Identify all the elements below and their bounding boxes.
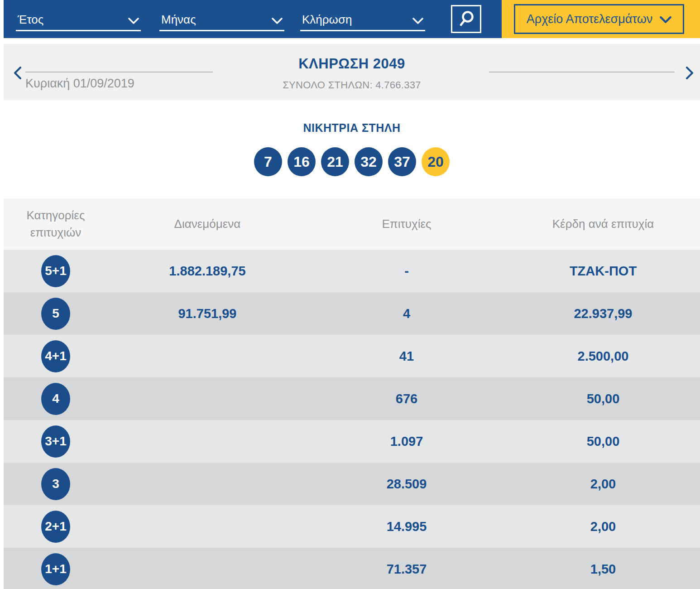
table-row: 591.751,99422.937,99 [4,292,700,335]
category-cell: 5 [4,298,108,330]
category-badge: 5+1 [41,255,70,287]
table-row: 3+11.09750,00 [4,420,700,463]
table-row: 467650,00 [4,377,700,420]
chevron-down-icon [660,16,671,24]
category-badge: 1+1 [41,553,70,585]
winners-cell: 28.509 [307,477,506,492]
payout-cell: 2.500,00 [506,349,700,364]
archive-panel: Αρχείο Αποτελεσμάτων [502,0,700,38]
joker-number-ball: 20 [422,147,450,176]
winners-cell: 71.357 [307,562,506,577]
draw-dropdown[interactable]: Κλήρωση [300,7,425,31]
column-header-categories: Κατηγορίες επιτυχιών [15,207,96,241]
table-row: 328.5092,00 [4,463,700,505]
payout-cell: ΤΖΑΚ-ΠΟΤ [506,264,700,279]
filter-toolbar: Έτος Μήνας Κλήρωση Αρχείο Αποτ [4,0,700,38]
column-header-distributed: Διανεμόμενα [108,217,307,231]
category-badge: 4+1 [41,340,70,372]
winners-cell: 41 [307,349,506,364]
category-cell: 2+1 [4,511,108,543]
results-table: Κατηγορίες επιτυχιών Διανεμόμενα Επιτυχί… [4,198,700,589]
winning-column-title: ΝΙΚΗΤΡΙΑ ΣΤΗΛΗ [4,121,700,135]
next-draw-icon[interactable] [686,67,694,79]
category-cell: 4+1 [4,340,108,372]
payout-cell: 2,00 [506,519,700,534]
chevron-down-icon [412,18,423,24]
category-cell: 1+1 [4,553,108,585]
payout-cell: 1,50 [506,562,700,577]
category-badge: 3+1 [41,425,70,458]
winning-column-section: ΝΙΚΗΤΡΙΑ ΣΤΗΛΗ 71621323720 [4,100,700,176]
winners-cell: 4 [307,306,506,321]
payout-cell: 2,00 [506,477,700,492]
draw-title: ΚΛΗΡΩΣΗ 2049 [4,56,700,72]
table-row: 1+171.3571,50 [4,548,700,589]
draw-navigation: Κυριακή 01/09/2019 ΚΛΗΡΩΣΗ 2049 ΣΥΝΟΛΟ Σ… [4,44,700,100]
table-header-row: Κατηγορίες επιτυχιών Διανεμόμενα Επιτυχί… [4,198,700,250]
payout-cell: 50,00 [506,391,700,406]
distributed-cell: 1.882.189,75 [108,264,307,279]
winners-cell: 676 [307,391,506,406]
chevron-down-icon [272,18,283,24]
winning-number-ball: 16 [288,147,316,176]
divider [4,38,700,44]
payout-cell: 50,00 [506,434,700,449]
chevron-down-icon [128,18,139,24]
distributed-cell: 91.751,99 [108,306,307,321]
winning-number-ball: 21 [321,147,349,176]
payout-cell: 22.937,99 [506,306,700,321]
winning-numbers: 71621323720 [4,147,700,176]
results-archive-button[interactable]: Αρχείο Αποτελεσμάτων [514,4,684,34]
draw-dropdown-label: Κλήρωση [302,14,352,25]
table-row: 2+114.9952,00 [4,505,700,548]
column-header-winners: Επιτυχίες [307,217,506,231]
category-cell: 3+1 [4,425,108,458]
winners-cell: - [307,264,506,279]
category-cell: 4 [4,383,108,415]
year-dropdown[interactable]: Έτος [16,7,141,31]
results-archive-label: Αρχείο Αποτελεσμάτων [527,12,652,26]
winning-number-ball: 7 [254,147,282,176]
column-header-payout: Κέρδη ανά επιτυχία [506,217,700,231]
category-badge: 3 [41,468,70,500]
total-columns: ΣΥΝΟΛΟ ΣΤΗΛΩΝ: 4.766.337 [4,79,700,91]
year-dropdown-label: Έτος [18,14,43,25]
search-button[interactable] [451,5,481,33]
divider-line [489,72,675,72]
month-dropdown[interactable]: Μήνας [159,7,284,31]
table-row: 5+11.882.189,75-ΤΖΑΚ-ΠΟΤ [4,250,700,292]
winners-cell: 14.995 [307,519,506,534]
winning-number-ball: 32 [355,147,383,176]
month-dropdown-label: Μήνας [161,14,196,25]
category-badge: 4 [41,383,70,415]
category-cell: 5+1 [4,255,108,287]
category-cell: 3 [4,468,108,500]
category-badge: 5 [41,298,70,330]
table-row: 4+1412.500,00 [4,335,700,377]
category-badge: 2+1 [41,511,70,543]
magnifier-icon [456,9,476,29]
winners-cell: 1.097 [307,434,506,449]
winning-number-ball: 37 [388,147,416,176]
results-rows: 5+11.882.189,75-ΤΖΑΚ-ΠΟΤ591.751,99422.93… [4,250,700,589]
